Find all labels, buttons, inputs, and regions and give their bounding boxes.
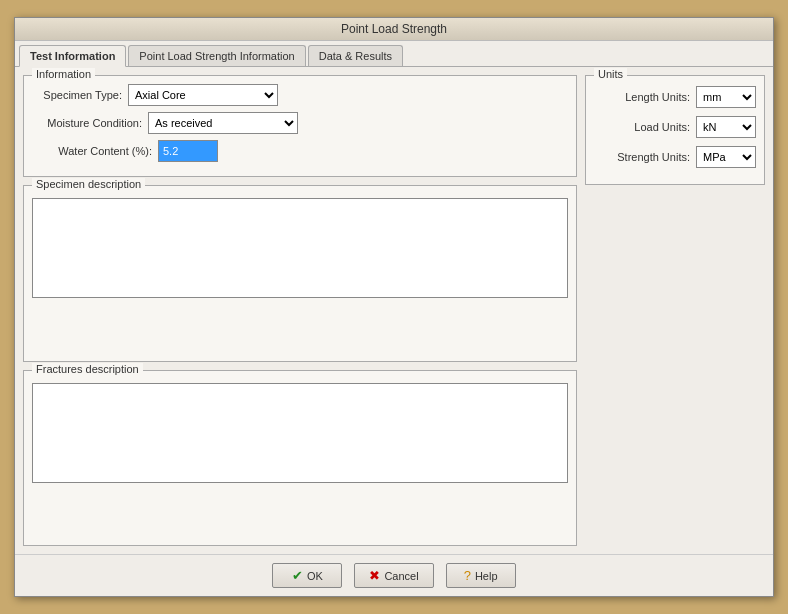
fractures-description-textarea[interactable]	[32, 383, 568, 483]
title-bar: Point Load Strength	[15, 18, 773, 41]
cancel-label: Cancel	[384, 570, 418, 582]
load-units-row: Load Units: kN N lbf	[594, 116, 756, 138]
specimen-description-group: Specimen description	[23, 185, 577, 362]
main-window: Point Load Strength Test Information Poi…	[14, 17, 774, 597]
main-content: Information Specimen Type: Axial Core Di…	[15, 67, 773, 554]
tab-bar: Test Information Point Load Strength Inf…	[15, 41, 773, 67]
footer: ✔ OK ✖ Cancel ? Help	[15, 554, 773, 596]
tab-data-results[interactable]: Data & Results	[308, 45, 403, 66]
specimen-type-select[interactable]: Axial Core Diametral Core Block/Irregula…	[128, 84, 278, 106]
water-content-input[interactable]	[158, 140, 218, 162]
length-units-select[interactable]: mm cm in	[696, 86, 756, 108]
specimen-type-row: Specimen Type: Axial Core Diametral Core…	[32, 84, 568, 106]
right-panel: Units Length Units: mm cm in Load Units:…	[585, 75, 765, 546]
length-units-row: Length Units: mm cm in	[594, 86, 756, 108]
moisture-condition-select[interactable]: As received Saturated Dry	[148, 112, 298, 134]
load-units-label: Load Units:	[634, 121, 690, 133]
units-group: Units Length Units: mm cm in Load Units:…	[585, 75, 765, 185]
specimen-description-textarea[interactable]	[32, 198, 568, 298]
ok-label: OK	[307, 570, 323, 582]
units-group-title: Units	[594, 68, 627, 80]
information-group: Information Specimen Type: Axial Core Di…	[23, 75, 577, 177]
strength-units-row: Strength Units: MPa kPa psi	[594, 146, 756, 168]
ok-button[interactable]: ✔ OK	[272, 563, 342, 588]
information-group-title: Information	[32, 68, 95, 80]
moisture-condition-label: Moisture Condition:	[32, 117, 142, 129]
window-title: Point Load Strength	[341, 22, 447, 36]
cancel-icon: ✖	[369, 568, 380, 583]
strength-units-select[interactable]: MPa kPa psi	[696, 146, 756, 168]
length-units-label: Length Units:	[625, 91, 690, 103]
ok-icon: ✔	[292, 568, 303, 583]
strength-units-label: Strength Units:	[617, 151, 690, 163]
cancel-button[interactable]: ✖ Cancel	[354, 563, 433, 588]
water-content-row: Water Content (%):	[32, 140, 568, 162]
help-button[interactable]: ? Help	[446, 563, 516, 588]
moisture-condition-row: Moisture Condition: As received Saturate…	[32, 112, 568, 134]
help-label: Help	[475, 570, 498, 582]
fractures-description-group: Fractures description	[23, 370, 577, 547]
help-icon: ?	[464, 568, 471, 583]
tab-point-load-strength[interactable]: Point Load Strength Information	[128, 45, 305, 66]
tab-test-information[interactable]: Test Information	[19, 45, 126, 67]
fractures-description-title: Fractures description	[32, 363, 143, 375]
load-units-select[interactable]: kN N lbf	[696, 116, 756, 138]
specimen-description-title: Specimen description	[32, 178, 145, 190]
specimen-type-label: Specimen Type:	[32, 89, 122, 101]
left-panel: Information Specimen Type: Axial Core Di…	[23, 75, 577, 546]
water-content-label: Water Content (%):	[32, 145, 152, 157]
